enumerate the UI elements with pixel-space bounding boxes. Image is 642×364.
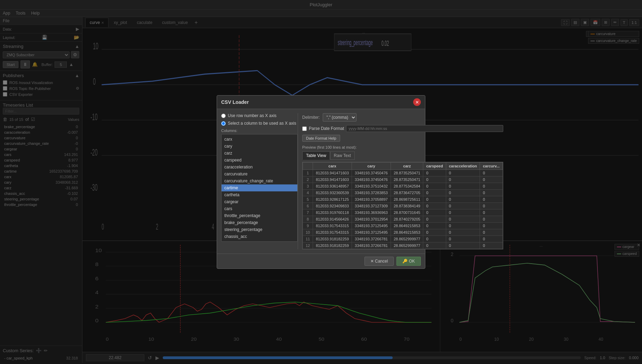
table-row: 6812033.9234098333348193.3712730928.8738… (303, 203, 503, 209)
modal-content-row: Use row number as X axis Select a column… (221, 113, 421, 249)
preview-col-header (303, 163, 313, 170)
delimiter-label: Delimiter: (302, 115, 320, 120)
modal-body: Use row number as X axis Select a column… (217, 109, 425, 254)
table-row: 4812033.9323605393348193.3728385328.8736… (303, 190, 503, 196)
table-row: 7812033.9197601183348193.3693696328.8700… (303, 209, 503, 216)
preview-table-container: carxcarycarzcarspeedcaraccelerationcarcu… (302, 162, 503, 249)
radio-row-number: Use row number as X axis (221, 113, 298, 118)
preview-thead: carxcarycarzcarspeedcaraccelerationcarcu… (303, 163, 503, 170)
modal-header: CSV Loader ✕ (217, 96, 425, 109)
table-row: 5812033.9286171253348193.3705889728.8698… (303, 196, 503, 203)
date-input[interactable] (346, 125, 503, 132)
modal-left: Use row number as X axis Select a column… (221, 113, 298, 249)
table-row: 9812033.9175433153348193.3712549528.8649… (303, 223, 503, 229)
preview-col-header: cary (352, 163, 391, 170)
table-row: 1812033.9414716033348193.3745047628.8735… (303, 170, 503, 176)
column-item[interactable]: throttle_percentage (222, 212, 297, 219)
columns-list: carxcarycarzcarspeedcaraccelerationcarcu… (221, 134, 298, 242)
modal-right: Delimiter: "," (comma) Parse Date Format… (298, 113, 503, 249)
table-row: 12812033.9181822593348193.3726678128.865… (303, 242, 503, 249)
modal-title: CSV Loader (221, 99, 249, 105)
column-item[interactable]: cartime (222, 184, 297, 191)
columns-label: Columns: (221, 129, 298, 133)
table-row: 2812033.9414716033348193.3745047628.8735… (303, 176, 503, 183)
cancel-btn[interactable]: ✕ Cancel (364, 257, 394, 266)
parse-date-checkbox[interactable] (302, 126, 307, 131)
column-item[interactable]: chassis_acc (222, 233, 297, 240)
preview-tabs: Table View Raw Text (302, 151, 503, 160)
modal-x-close[interactable]: ✕ (413, 98, 421, 106)
column-item[interactable]: steering_percentage (222, 226, 297, 233)
column-item[interactable]: carcurvature_change_rate (222, 177, 297, 184)
column-item[interactable]: cars (222, 205, 297, 212)
column-item[interactable]: cargear (222, 198, 297, 205)
preview-col-header: carz (391, 163, 423, 170)
table-row: 11812033.9181822593348193.3726678128.865… (303, 236, 503, 242)
radio-column-label: Select a column to be used as X axis (228, 121, 296, 126)
column-item[interactable]: brake_percentage (222, 219, 297, 226)
preview-col-header: carspeed (423, 163, 446, 170)
preview-col-header: carx (313, 163, 352, 170)
preview-table: carxcarycarzcarspeedcaraccelerationcarcu… (303, 162, 503, 249)
ok-btn[interactable]: 🔑 OK (396, 257, 421, 266)
radio-row-number-input[interactable] (221, 114, 226, 118)
radio-row-number-label: Use row number as X axis (228, 113, 276, 118)
column-item[interactable]: carcurvature (222, 171, 297, 177)
preview-col-header: caracceleration (446, 163, 480, 170)
preview-tab-table[interactable]: Table View (302, 151, 330, 160)
preview-tab-raw[interactable]: Raw Text (330, 151, 355, 160)
csv-modal: CSV Loader ✕ Use row number as X axis Se… (217, 95, 425, 269)
parse-date-row: Parse Date Format (302, 125, 503, 132)
table-row: 3812033.9361489573348193.3751043228.8775… (303, 183, 503, 190)
column-item[interactable]: carz (222, 150, 297, 157)
column-item[interactable]: caracceleration (222, 164, 297, 171)
column-item[interactable]: cary (222, 143, 297, 150)
preview-tbody: 1812033.9414716033348193.3745047628.8735… (303, 170, 503, 249)
modal-footer: ✕ Cancel 🔑 OK (217, 254, 425, 268)
delimiter-row: Delimiter: "," (comma) (302, 113, 503, 122)
table-row: 8812033.9145664263348193.3701295428.8740… (303, 216, 503, 223)
radio-row-column: Select a column to be used as X axis (221, 121, 298, 126)
parse-date-label: Parse Date Format (309, 126, 344, 131)
delimiter-select[interactable]: "," (comma) (323, 113, 356, 122)
preview-col-header: carcurv... (480, 163, 503, 170)
column-item[interactable]: cartheta (222, 191, 297, 198)
preview-label: Preview (first 100 lines at most): (302, 145, 503, 149)
table-row: 10812033.9175433153348193.3712549528.864… (303, 229, 503, 236)
radio-column-input[interactable] (221, 121, 226, 126)
column-item[interactable]: carx (222, 136, 297, 143)
modal-overlay: CSV Loader ✕ Use row number as X axis Se… (0, 0, 642, 364)
column-item[interactable]: carspeed (222, 157, 297, 164)
date-help-btn[interactable]: Date Format Help (302, 135, 340, 142)
